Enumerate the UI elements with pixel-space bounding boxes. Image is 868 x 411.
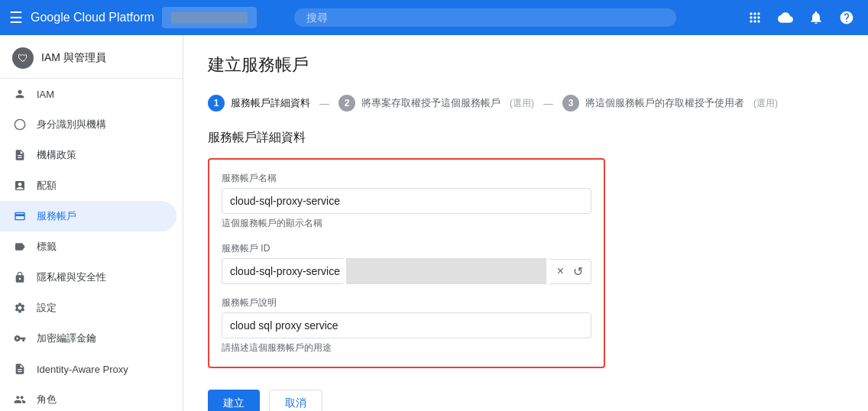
- step-1: 1 服務帳戶詳細資料: [208, 95, 310, 112]
- nav-icons: [743, 5, 859, 30]
- cloud-icon[interactable]: [773, 5, 798, 30]
- name-field-label: 服務帳戶名稱: [222, 172, 591, 185]
- service-id-domain: [346, 258, 546, 284]
- sidebar-item-settings-label: 設定: [37, 301, 57, 315]
- sidebar: 🛡 IAM 與管理員 IAM 身分識別與機構 機構政策 配額: [0, 35, 183, 411]
- sidebar-title: IAM 與管理員: [41, 51, 106, 65]
- top-nav: ☰ Google Cloud Platform ████████: [0, 0, 868, 35]
- main-content: 建立服務帳戶 1 服務帳戶詳細資料 — 2 將專案存取權授予這個服務帳戶 (選用…: [183, 35, 868, 411]
- id-field: 服務帳戶 ID cloud-sql-proxy-service × ↺: [222, 242, 591, 284]
- sidebar-item-policy[interactable]: 機構政策: [0, 140, 177, 170]
- iam-icon: [12, 86, 28, 102]
- layout: 🛡 IAM 與管理員 IAM 身分識別與機構 機構政策 配額: [0, 35, 868, 411]
- create-button[interactable]: 建立: [208, 390, 260, 411]
- step-3-label: 將這個服務帳戶的存取權授予使用者: [585, 96, 744, 110]
- step-3: 3 將這個服務帳戶的存取權授予使用者 (選用): [562, 95, 778, 112]
- sidebar-item-settings[interactable]: 設定: [0, 293, 177, 323]
- description-field-label: 服務帳戶說明: [222, 296, 591, 309]
- privacy-icon: [12, 270, 28, 285]
- sidebar-item-quota[interactable]: 配額: [0, 170, 177, 201]
- step-divider-1: —: [319, 98, 329, 109]
- sidebar-item-labels[interactable]: 標籤: [0, 231, 177, 262]
- step-divider-2: —: [543, 98, 553, 109]
- form-area: 服務帳戶名稱 這個服務帳戶的顯示名稱 服務帳戶 ID cloud-sql-pro…: [208, 158, 605, 368]
- labels-icon: [12, 239, 28, 254]
- search-bar: [294, 8, 676, 27]
- sidebar-item-iam-label: IAM: [37, 89, 54, 100]
- sidebar-item-privacy-label: 隱私權與安全性: [37, 270, 106, 284]
- sidebar-item-roles-label: 角色: [37, 393, 57, 406]
- sidebar-item-kms[interactable]: 加密編譯金鑰: [0, 323, 177, 354]
- sidebar-item-roles[interactable]: 角色: [0, 384, 177, 411]
- roles-icon: [12, 392, 28, 407]
- service-id-actions: × ↺: [549, 259, 591, 284]
- iap-icon: [12, 361, 28, 377]
- description-field-hint: 請描述這個服務帳戶的用途: [222, 341, 591, 354]
- sidebar-item-kms-label: 加密編譯金鑰: [37, 332, 96, 345]
- sidebar-item-service-account-label: 服務帳戶: [37, 209, 76, 223]
- search-input[interactable]: [306, 11, 664, 24]
- sidebar-item-policy-label: 機構政策: [37, 148, 76, 162]
- step-3-number: 3: [562, 95, 579, 112]
- kms-icon: [12, 331, 28, 346]
- bell-icon[interactable]: [804, 5, 828, 30]
- policy-icon: [12, 147, 28, 163]
- settings-icon: [12, 300, 28, 316]
- clear-id-button[interactable]: ×: [554, 263, 567, 280]
- svg-point-0: [15, 119, 24, 129]
- apps-icon[interactable]: [743, 5, 767, 30]
- sidebar-item-iap[interactable]: Identity-Aware Proxy: [0, 354, 177, 384]
- cancel-button[interactable]: 取消: [269, 390, 322, 411]
- sidebar-item-iam[interactable]: IAM: [0, 79, 177, 109]
- brand-title: Google Cloud Platform: [31, 11, 154, 24]
- sidebar-item-identity[interactable]: 身分識別與機構: [0, 109, 177, 140]
- form-section-title: 服務帳戶詳細資料: [208, 130, 844, 146]
- menu-icon[interactable]: ☰: [9, 8, 23, 27]
- step-2-optional: (選用): [510, 97, 534, 110]
- description-input[interactable]: [222, 312, 591, 338]
- service-id-prefix: cloud-sql-proxy-service: [222, 258, 343, 284]
- step-3-optional: (選用): [753, 97, 778, 110]
- step-2-number: 2: [338, 95, 355, 112]
- project-selector[interactable]: ████████: [162, 7, 257, 28]
- step-2-label: 將專案存取權授予這個服務帳戶: [361, 96, 500, 110]
- step-1-number: 1: [208, 95, 225, 112]
- description-field: 服務帳戶說明 請描述這個服務帳戶的用途: [222, 296, 591, 354]
- id-field-label: 服務帳戶 ID: [222, 242, 591, 255]
- refresh-id-button[interactable]: ↺: [570, 263, 586, 280]
- sidebar-item-privacy[interactable]: 隱私權與安全性: [0, 262, 177, 293]
- sidebar-item-identity-label: 身分識別與機構: [37, 118, 106, 131]
- project-name: ████████: [171, 12, 248, 24]
- sidebar-item-iap-label: Identity-Aware Proxy: [37, 364, 128, 375]
- sidebar-item-labels-label: 標籤: [37, 240, 57, 254]
- quota-icon: [12, 178, 28, 193]
- page-title: 建立服務帳戶: [208, 53, 844, 76]
- stepper: 1 服務帳戶詳細資料 — 2 將專案存取權授予這個服務帳戶 (選用) — 3 將…: [208, 95, 844, 112]
- name-input[interactable]: [222, 188, 591, 214]
- step-2: 2 將專案存取權授予這個服務帳戶 (選用): [338, 95, 534, 112]
- service-id-row: cloud-sql-proxy-service × ↺: [222, 258, 591, 284]
- shield-icon: 🛡: [12, 47, 34, 69]
- name-field: 服務帳戶名稱 這個服務帳戶的顯示名稱: [222, 172, 591, 230]
- action-buttons: 建立 取消: [208, 390, 844, 411]
- sidebar-item-service-account[interactable]: 服務帳戶: [0, 201, 177, 231]
- help-icon[interactable]: [834, 5, 859, 30]
- sidebar-item-quota-label: 配額: [37, 179, 57, 193]
- nav-left: ☰ Google Cloud Platform ████████: [9, 7, 257, 28]
- identity-icon: [12, 117, 28, 132]
- service-account-icon: [12, 209, 28, 224]
- step-1-label: 服務帳戶詳細資料: [231, 96, 310, 110]
- sidebar-header: 🛡 IAM 與管理員: [0, 35, 183, 79]
- name-field-hint: 這個服務帳戶的顯示名稱: [222, 217, 591, 230]
